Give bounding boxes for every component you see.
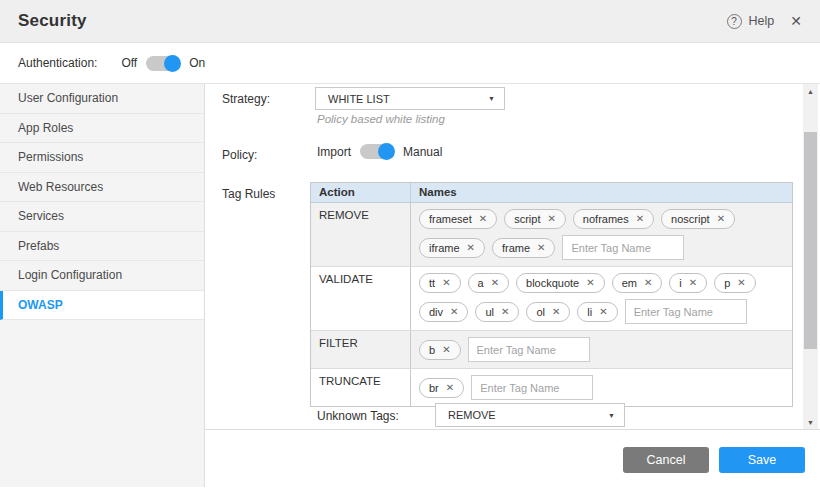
sidebar-item-web-resources[interactable]: Web Resources	[0, 173, 204, 203]
remove-tag-icon[interactable]: ✕	[547, 214, 555, 224]
remove-tag-icon[interactable]: ✕	[479, 214, 487, 224]
tag-chip-label: p	[724, 277, 730, 289]
unknown-tags-value: REMOVE	[448, 409, 496, 421]
remove-tag-icon[interactable]: ✕	[599, 307, 607, 317]
tag-chip-li: li✕	[577, 302, 617, 322]
remove-tag-icon[interactable]: ✕	[717, 214, 725, 224]
remove-tag-icon[interactable]: ✕	[442, 278, 450, 288]
remove-tag-icon[interactable]: ✕	[491, 278, 499, 288]
tag-chip-label: iframe	[429, 242, 460, 254]
scroll-down-icon[interactable]: ▼	[803, 415, 818, 429]
enter-tag-input[interactable]	[468, 337, 590, 362]
strategy-hint: Policy based white listing	[317, 113, 445, 125]
names-cell: frameset✕script✕noframes✕noscript✕iframe…	[411, 203, 792, 266]
tag-rules-table-header: Action Names	[311, 183, 792, 203]
tag-chip-label: script	[514, 213, 540, 225]
tag-chip-blockquote: blockquote✕	[516, 273, 605, 293]
tag-chip-em: em✕	[612, 273, 663, 293]
remove-tag-icon[interactable]: ✕	[467, 243, 475, 253]
names-cell: b✕	[411, 331, 792, 368]
remove-tag-icon[interactable]: ✕	[501, 307, 509, 317]
scroll-up-icon[interactable]: ▲	[803, 84, 818, 98]
names-cell: br✕	[411, 369, 792, 406]
tag-chip-br: br✕	[419, 378, 464, 398]
toggle-knob	[378, 143, 395, 160]
tag-chip-p: p✕	[714, 273, 756, 293]
scrollbar-thumb[interactable]	[804, 132, 817, 349]
tag-chip-ul: ul✕	[475, 302, 519, 322]
tag-chip-a: a✕	[468, 273, 510, 293]
remove-tag-icon[interactable]: ✕	[442, 345, 450, 355]
strategy-select[interactable]: WHITE LIST ▼	[315, 87, 505, 110]
policy-manual-label: Manual	[403, 145, 442, 159]
unknown-tags-select[interactable]: REMOVE ▼	[435, 403, 625, 427]
policy-label: Policy:	[222, 148, 257, 162]
tag-chip-ol: ol✕	[526, 302, 570, 322]
remove-tag-icon[interactable]: ✕	[636, 214, 644, 224]
toggle-knob	[164, 55, 181, 72]
sidebar-item-user-configuration[interactable]: User Configuration	[0, 84, 204, 114]
tag-chip-label: div	[429, 306, 443, 318]
action-cell: FILTER	[311, 331, 411, 368]
tag-chip-label: a	[478, 277, 484, 289]
tag-chip-script: script✕	[504, 209, 566, 229]
footer-actions: Cancel Save	[205, 429, 820, 487]
remove-tag-icon[interactable]: ✕	[537, 243, 545, 253]
remove-tag-icon[interactable]: ✕	[586, 278, 594, 288]
authentication-toggle[interactable]	[146, 56, 180, 71]
action-column-header: Action	[311, 183, 411, 202]
tag-rule-row-truncate: TRUNCATEbr✕	[311, 369, 792, 406]
sidebar-item-owasp[interactable]: OWASP	[0, 291, 204, 321]
chevron-down-icon: ▼	[608, 412, 615, 419]
sidebar-item-services[interactable]: Services	[0, 202, 204, 232]
remove-tag-icon[interactable]: ✕	[450, 307, 458, 317]
help-icon: ?	[727, 14, 742, 29]
cancel-button[interactable]: Cancel	[623, 447, 709, 473]
security-settings-window: Security ? Help ✕ Authentication: Off On…	[0, 0, 820, 488]
tag-chip-label: frame	[502, 242, 530, 254]
enter-tag-input[interactable]	[562, 235, 684, 260]
tag-chip-label: li	[587, 306, 592, 318]
policy-toggle[interactable]	[360, 144, 394, 159]
tag-chip-b: b✕	[419, 340, 461, 360]
remove-tag-icon[interactable]: ✕	[737, 278, 745, 288]
tag-chip-label: em	[622, 277, 637, 289]
remove-tag-icon[interactable]: ✕	[552, 307, 560, 317]
policy-import-label: Import	[317, 145, 351, 159]
authentication-on-label: On	[189, 56, 205, 70]
close-icon[interactable]: ✕	[790, 14, 802, 28]
sidebar-item-app-roles[interactable]: App Roles	[0, 114, 204, 144]
policy-toggle-group: Import Manual	[317, 144, 442, 159]
sidebar: User ConfigurationApp RolesPermissionsWe…	[0, 84, 205, 487]
tag-chip-label: tt	[429, 277, 435, 289]
sidebar-item-permissions[interactable]: Permissions	[0, 143, 204, 173]
action-cell: TRUNCATE	[311, 369, 411, 406]
names-column-header: Names	[411, 183, 792, 202]
authentication-off-label: Off	[121, 56, 137, 70]
tag-chip-label: ol	[536, 306, 545, 318]
help-button[interactable]: ? Help	[727, 14, 775, 29]
tag-rule-row-validate: VALIDATEtt✕a✕blockquote✕em✕i✕p✕div✕ul✕ol…	[311, 267, 792, 331]
header-actions: ? Help ✕	[727, 14, 802, 29]
enter-tag-input[interactable]	[471, 375, 593, 400]
chevron-down-icon: ▼	[488, 95, 495, 102]
remove-tag-icon[interactable]: ✕	[644, 278, 652, 288]
tag-chip-frameset: frameset✕	[419, 209, 497, 229]
names-cell: tt✕a✕blockquote✕em✕i✕p✕div✕ul✕ol✕li✕	[411, 267, 792, 330]
remove-tag-icon[interactable]: ✕	[689, 278, 697, 288]
sidebar-item-login-configuration[interactable]: Login Configuration	[0, 261, 204, 291]
authentication-row: Authentication: Off On	[0, 43, 820, 84]
strategy-value: WHITE LIST	[328, 93, 390, 105]
tag-chip-iframe: iframe✕	[419, 238, 485, 258]
remove-tag-icon[interactable]: ✕	[446, 383, 454, 393]
enter-tag-input[interactable]	[625, 299, 747, 324]
tag-chip-tt: tt✕	[419, 273, 461, 293]
content-column: Strategy: WHITE LIST ▼ Policy based whit…	[205, 84, 820, 487]
unknown-tags-label: Unknown Tags:	[317, 409, 399, 423]
tag-chip-div: div✕	[419, 302, 468, 322]
vertical-scrollbar[interactable]: ▲ ▼	[803, 84, 818, 429]
tag-chip-noframes: noframes✕	[573, 209, 654, 229]
sidebar-item-prefabs[interactable]: Prefabs	[0, 232, 204, 262]
save-button[interactable]: Save	[719, 447, 805, 473]
owasp-panel: Strategy: WHITE LIST ▼ Policy based whit…	[205, 84, 820, 429]
